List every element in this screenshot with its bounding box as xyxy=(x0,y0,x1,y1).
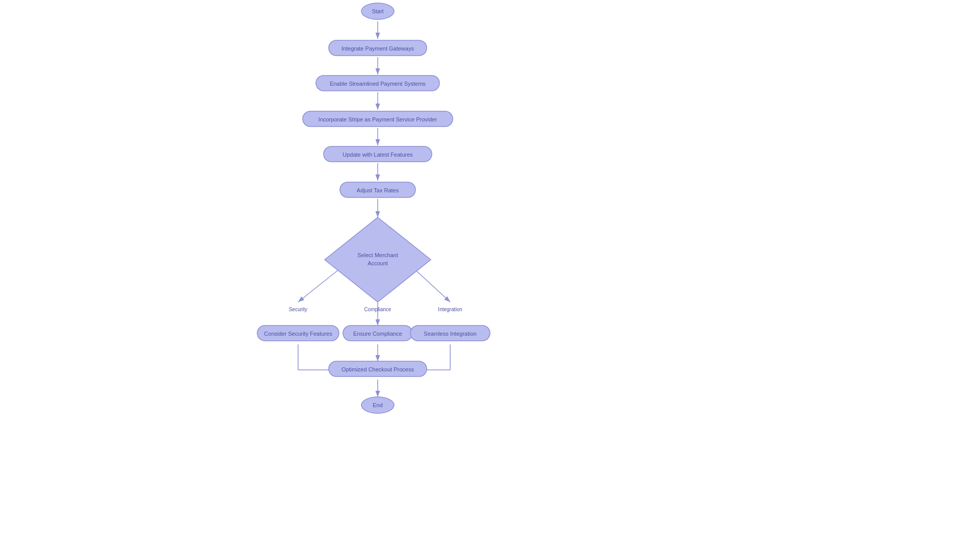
integrate-label: Integrate Payment Gateways xyxy=(341,45,414,52)
security-branch-label: Security xyxy=(289,307,307,312)
update-label: Update with Latest Features xyxy=(342,152,413,158)
select-node xyxy=(325,217,431,302)
end-label: End xyxy=(373,402,383,408)
adjust-label: Adjust Tax Rates xyxy=(357,187,399,193)
select-label-2: Account xyxy=(368,260,388,266)
optimized-label: Optimized Checkout Process xyxy=(341,366,414,372)
enable-label: Enable Streamlined Payment Systems xyxy=(330,81,426,87)
select-label-1: Select Merchant xyxy=(357,252,398,258)
integration-label: Seamless Integration xyxy=(424,331,476,337)
incorporate-label: Incorporate Stripe as Payment Service Pr… xyxy=(318,116,437,122)
security-label: Consider Security Features xyxy=(264,331,332,337)
start-label: Start xyxy=(372,8,383,14)
integration-branch-label: Integration xyxy=(438,307,462,312)
compliance-branch-label: Compliance xyxy=(364,307,391,312)
compliance-label: Ensure Compliance xyxy=(353,331,402,337)
